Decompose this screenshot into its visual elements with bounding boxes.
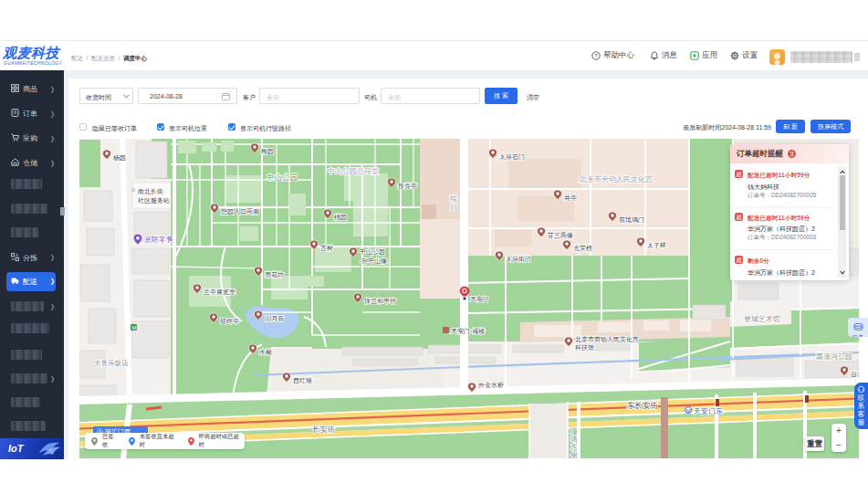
- svg-text:井亭: 井亭: [564, 194, 577, 202]
- svg-text:广: 广: [570, 426, 578, 435]
- svg-text:光荣榜: 光荣榜: [573, 245, 592, 252]
- svg-text:天安门-城楼: 天安门-城楼: [451, 328, 485, 335]
- svg-text:水榭: 水榭: [259, 349, 272, 355]
- svg-text:场: 场: [570, 435, 578, 443]
- svg-text:梅园: 梅园: [260, 148, 274, 155]
- svg-text:门: 门: [450, 204, 457, 212]
- svg-text:M: M: [686, 408, 691, 414]
- svg-text:大喜乐饭店: 大喜乐饭店: [94, 359, 129, 367]
- svg-text:天安门东: 天安门东: [694, 407, 723, 415]
- svg-text:京联零售: 京联零售: [144, 236, 173, 244]
- svg-text:西红墙: 西红墙: [293, 377, 312, 384]
- svg-text:台北: 台北: [851, 371, 859, 378]
- svg-text:迎晖亭: 迎晖亭: [220, 318, 239, 324]
- svg-text:憩园入口画廊: 憩园入口画廊: [220, 208, 259, 215]
- svg-text:M: M: [132, 325, 137, 331]
- svg-text:古树: 古树: [320, 245, 333, 252]
- svg-text:中山公园: 中山公园: [360, 248, 385, 256]
- svg-text:太庙街门: 太庙街门: [506, 256, 531, 263]
- svg-text:太子林: 太子林: [647, 242, 666, 249]
- svg-text:保卫和平坊: 保卫和平坊: [364, 298, 396, 305]
- svg-text:?: ?: [594, 53, 598, 58]
- svg-text:北京市劳动人民文化宫: 北京市劳动人民文化宫: [575, 335, 639, 343]
- svg-text:科技馆: 科技馆: [575, 344, 594, 351]
- svg-text:兰亭展览室: 兰亭展览室: [204, 289, 235, 296]
- svg-text:菖蒲河公园: 菖蒲河公园: [816, 352, 852, 361]
- svg-text:太庙右门: 太庙右门: [499, 153, 525, 161]
- svg-text:泊月石: 泊月石: [265, 315, 284, 322]
- svg-text:前琉璃门: 前琉璃门: [619, 216, 644, 224]
- svg-text:中山公园: 中山公园: [267, 173, 298, 182]
- svg-text:南北长街: 南北长街: [138, 188, 163, 195]
- svg-text:外金水桥: 外金水桥: [478, 382, 504, 389]
- svg-text:皇城艺术馆: 皇城艺术馆: [744, 315, 780, 323]
- svg-text:-孙中山像: -孙中山像: [360, 257, 387, 265]
- svg-text:端: 端: [450, 194, 457, 203]
- svg-text:甘三高像: 甘三高像: [547, 232, 573, 239]
- svg-text:惠花坊: 惠花坊: [265, 271, 284, 278]
- svg-text:侧: 侧: [570, 451, 578, 458]
- svg-text:中山公园音乐堂: 中山公园音乐堂: [328, 167, 379, 175]
- svg-text:桃园: 桃园: [334, 214, 347, 221]
- svg-text:杨园: 杨园: [112, 154, 126, 162]
- svg-text:社区服务站: 社区服务站: [138, 197, 170, 205]
- svg-text:北京市劳动人民文化宫: 北京市劳动人民文化宫: [579, 175, 653, 184]
- svg-text:东长安街: 东长安街: [627, 401, 658, 410]
- svg-text:东: 东: [570, 443, 578, 451]
- svg-text:长安街: 长安街: [312, 425, 336, 434]
- svg-text:投壶亭: 投壶亭: [397, 183, 417, 189]
- svg-text:天安门: 天安门: [470, 296, 489, 302]
